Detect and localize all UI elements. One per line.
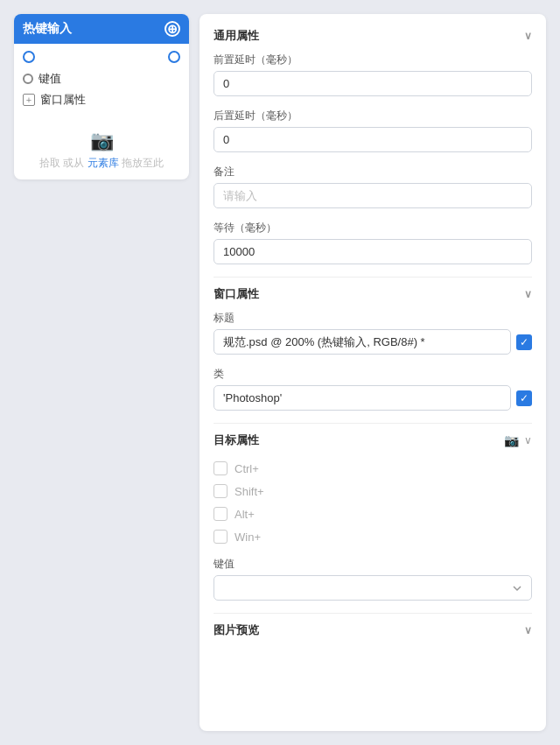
target-icons-group: 📷 ∨ <box>504 433 532 447</box>
predelay-input[interactable] <box>214 71 532 96</box>
node-card: 热键输入 ⊕ 键值 + 窗口属性 📷 拾取 或从 元素库 拖放至此 <box>14 14 189 179</box>
window-class-input[interactable] <box>214 385 511 411</box>
image-preview-chevron-icon: ∨ <box>524 624 532 636</box>
window-class-label: 类 <box>214 367 532 382</box>
window-title-label: 标题 <box>214 311 532 326</box>
ctrl-label: Ctrl+ <box>234 462 259 475</box>
circle-icon <box>23 74 33 84</box>
modifier-alt: Alt+ <box>214 503 532 525</box>
node-title-text: 热键输入 <box>23 21 72 37</box>
window-title-input[interactable] <box>214 329 511 355</box>
key-value-select[interactable] <box>214 575 532 601</box>
shift-checkbox[interactable] <box>214 484 228 498</box>
postdelay-input[interactable] <box>214 127 532 152</box>
target-camera-icon[interactable]: 📷 <box>504 433 519 447</box>
camera-icon: 📷 <box>90 130 114 152</box>
modifier-ctrl: Ctrl+ <box>214 457 532 480</box>
window-title-row <box>214 329 532 355</box>
window-section-title: 窗口属性 <box>214 286 259 302</box>
general-chevron-icon: ∨ <box>524 30 532 42</box>
window-class-checkbox[interactable] <box>516 390 532 406</box>
image-preview-title: 图片预览 <box>214 622 259 638</box>
add-node-button[interactable]: ⊕ <box>164 21 180 37</box>
target-section-header: 目标属性 📷 ∨ <box>214 432 532 448</box>
target-chevron-icon: ∨ <box>524 434 532 446</box>
modifier-win: Win+ <box>214 525 532 548</box>
image-preview-section-header[interactable]: 图片预览 ∨ <box>214 622 532 638</box>
drop-text: 拾取 或从 元素库 拖放至此 <box>39 156 164 171</box>
target-section-title: 目标属性 <box>214 432 259 448</box>
node-title-group: 热键输入 <box>23 21 72 37</box>
note-input[interactable] <box>214 183 532 208</box>
drop-text-1: 拾取 或从 <box>39 157 84 169</box>
general-section-title: 通用属性 <box>214 28 259 44</box>
divider-1 <box>214 277 532 278</box>
plus-box-icon: + <box>23 94 35 106</box>
window-title-checkbox[interactable] <box>516 334 532 350</box>
win-checkbox[interactable] <box>214 530 228 544</box>
alt-label: Alt+ <box>234 508 255 521</box>
win-label: Win+ <box>234 531 261 544</box>
note-label: 备注 <box>214 165 532 179</box>
wait-input[interactable] <box>214 239 532 264</box>
right-panel: 通用属性 ∨ 前置延时（毫秒） 后置延时（毫秒） 备注 等待（毫秒） 窗口属性 … <box>200 14 546 731</box>
left-panel: 热键输入 ⊕ 键值 + 窗口属性 📷 拾取 或从 元素库 拖放至此 <box>14 14 189 731</box>
divider-2 <box>214 423 532 424</box>
left-port[interactable] <box>23 51 35 63</box>
general-section-header[interactable]: 通用属性 ∨ <box>214 28 532 44</box>
right-port[interactable] <box>168 51 180 63</box>
note-field: 备注 <box>214 165 532 208</box>
ctrl-checkbox[interactable] <box>214 461 228 475</box>
window-class-field: 类 <box>214 367 532 411</box>
key-value-label: 键值 <box>38 71 61 87</box>
window-chevron-icon: ∨ <box>524 288 532 300</box>
modifier-shift: Shift+ <box>214 480 532 503</box>
drop-area[interactable]: 📷 拾取 或从 元素库 拖放至此 <box>14 117 189 179</box>
node-ports <box>23 51 180 63</box>
window-section-header[interactable]: 窗口属性 ∨ <box>214 286 532 302</box>
window-class-row <box>214 385 532 411</box>
drop-text-2[interactable]: 元素库 <box>88 157 119 169</box>
shift-label: Shift+ <box>234 485 264 498</box>
key-value-label: 键值 <box>214 557 532 572</box>
predelay-label: 前置延时（毫秒） <box>214 53 532 67</box>
postdelay-field: 后置延时（毫秒） <box>214 109 532 152</box>
drop-text-3: 拖放至此 <box>122 157 164 169</box>
divider-3 <box>214 613 532 614</box>
window-prop-item: + 窗口属性 <box>23 89 180 110</box>
wait-field: 等待（毫秒） <box>214 221 532 264</box>
alt-checkbox[interactable] <box>214 507 228 521</box>
predelay-field: 前置延时（毫秒） <box>214 53 532 96</box>
key-value-field: 键值 <box>214 557 532 601</box>
postdelay-label: 后置延时（毫秒） <box>214 109 532 123</box>
window-prop-label: 窗口属性 <box>40 92 86 108</box>
node-header: 热键输入 ⊕ <box>14 14 189 44</box>
wait-label: 等待（毫秒） <box>214 221 532 235</box>
window-title-field: 标题 <box>214 311 532 355</box>
key-value-item: 键值 <box>23 68 180 89</box>
node-body: 键值 + 窗口属性 <box>14 44 189 117</box>
